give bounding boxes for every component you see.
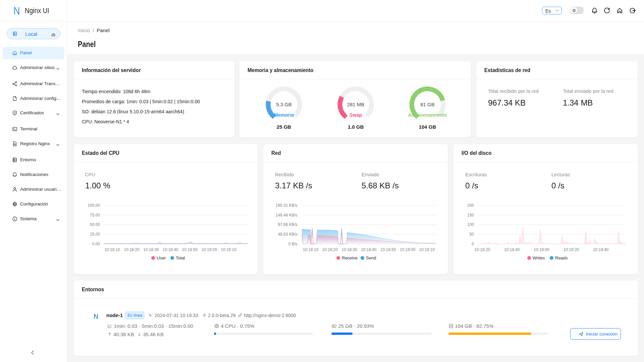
svg-text:48.83 KB/s: 48.83 KB/s (278, 232, 298, 237)
svg-text:10:18:20: 10:18:20 (322, 247, 338, 252)
svg-text:10:18:30: 10:18:30 (341, 247, 357, 252)
svg-text:50: 50 (470, 232, 474, 237)
svg-text:50.00: 50.00 (90, 222, 100, 227)
svg-text:200: 200 (467, 203, 474, 208)
svg-text:10:19:10: 10:19:10 (419, 247, 435, 252)
svg-text:195.31 KB/s: 195.31 KB/s (276, 203, 298, 208)
svg-text:150: 150 (467, 213, 474, 218)
svg-text:10:18:40: 10:18:40 (504, 247, 520, 252)
svg-text:97.66 KB/s: 97.66 KB/s (278, 222, 298, 227)
svg-text:10:18:20: 10:18:20 (124, 247, 140, 252)
svg-text:10:19:00: 10:19:00 (400, 247, 416, 252)
svg-text:10:18:10: 10:18:10 (303, 247, 319, 252)
svg-text:0 B/s: 0 B/s (288, 242, 298, 246)
svg-text:10:19:00: 10:19:00 (201, 247, 217, 252)
svg-text:10:19:20: 10:19:20 (564, 247, 579, 252)
svg-text:10:19:40: 10:19:40 (593, 247, 609, 252)
svg-text:100.00: 100.00 (88, 203, 100, 208)
svg-text:10:18:30: 10:18:30 (143, 247, 159, 252)
svg-text:100: 100 (467, 222, 474, 227)
svg-text:146.48 KB/s: 146.48 KB/s (276, 213, 298, 218)
svg-text:10:19:10: 10:19:10 (221, 247, 236, 252)
svg-text:0: 0 (472, 242, 474, 246)
svg-text:10:18:10: 10:18:10 (104, 247, 120, 252)
svg-text:10:18:40: 10:18:40 (361, 247, 377, 252)
svg-text:10:18:40: 10:18:40 (163, 247, 178, 252)
svg-text:10:18:50: 10:18:50 (182, 247, 198, 252)
svg-text:75.00: 75.00 (90, 213, 100, 218)
svg-text:10:18:50: 10:18:50 (380, 247, 396, 252)
svg-text:0.00: 0.00 (92, 242, 100, 246)
svg-text:25.00: 25.00 (90, 232, 100, 237)
svg-text:10:18:20: 10:18:20 (475, 247, 490, 252)
svg-text:10:19:00: 10:19:00 (534, 247, 549, 252)
